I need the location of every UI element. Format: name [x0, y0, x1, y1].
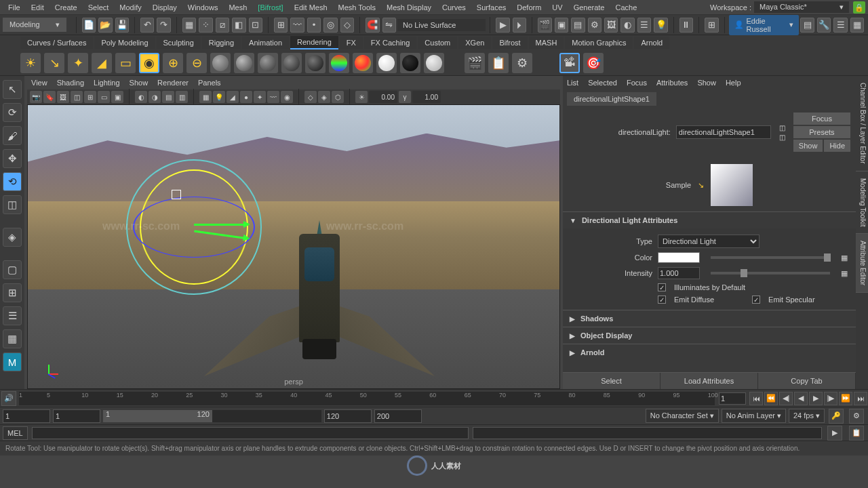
layout-icon[interactable]: ⊞ — [705, 18, 718, 33]
vp-xrayj-icon[interactable]: ⬡ — [332, 91, 344, 103]
vp-tex-icon[interactable]: ▦ — [199, 91, 212, 103]
shelf-tab-custom[interactable]: Custom — [418, 37, 457, 49]
render-settings-icon[interactable]: ⚙ — [588, 18, 601, 33]
volume-light-icon[interactable]: ◉ — [139, 53, 159, 73]
file-open-icon[interactable]: 📂 — [98, 18, 112, 33]
vp-cam-icon[interactable]: 📷 — [30, 91, 42, 103]
vp-menu-view[interactable]: View — [31, 79, 47, 87]
vp-xray-icon[interactable]: ◈ — [318, 91, 330, 103]
emit-specular-checkbox[interactable] — [752, 296, 760, 304]
attr-menu-focus[interactable]: Focus — [627, 79, 647, 87]
emit-diffuse-checkbox[interactable] — [658, 296, 666, 304]
select-button[interactable]: Select — [563, 373, 660, 389]
viewport[interactable]: persp www.rr-sc.com www.rr-sc.com — [27, 104, 560, 389]
area-light-icon[interactable]: ▭ — [115, 53, 136, 73]
menu-bifrost[interactable]: [Bifrost] — [252, 1, 288, 14]
render-current-icon[interactable]: 🎬 — [465, 53, 485, 73]
step-fwd-button[interactable]: |▶ — [824, 392, 837, 405]
step-back-button[interactable]: ◀| — [779, 392, 793, 405]
color-slider[interactable] — [711, 256, 830, 259]
vp-exposure-icon[interactable]: ☀ — [355, 91, 368, 103]
sel-edge-icon[interactable]: ⧄ — [216, 18, 229, 33]
rtab-channelbox[interactable]: Channel Box / Layer Editor — [856, 76, 868, 171]
vp-menu-lighting[interactable]: Lighting — [94, 79, 120, 87]
const-toggle-icon[interactable]: ▶ — [496, 18, 509, 33]
rtab-modeling[interactable]: Modeling Toolkit — [856, 171, 868, 235]
vp-bookmark-icon[interactable]: 🔖 — [43, 91, 56, 103]
attr-menu-show[interactable]: Show — [697, 79, 716, 87]
intensity-slider[interactable] — [711, 272, 830, 274]
shelf-tab-poly[interactable]: Poly Modeling — [94, 37, 155, 49]
type-select[interactable]: Directional Light — [658, 235, 760, 248]
shelf-tab-anim[interactable]: Animation — [242, 37, 289, 49]
sym-icon[interactable]: ⇋ — [382, 18, 396, 33]
go-end-button[interactable]: ⏭ — [854, 392, 867, 405]
magnet-icon[interactable]: 🧲 — [366, 18, 379, 33]
menu-meshdisplay[interactable]: Mesh Display — [381, 1, 437, 14]
menu-edit[interactable]: Edit — [26, 1, 50, 14]
ambient-light-icon[interactable]: ☀ — [20, 53, 41, 73]
menu-editmesh[interactable]: Edit Mesh — [289, 1, 333, 14]
render-sequence-icon[interactable]: 📽 — [559, 53, 580, 73]
play-button[interactable]: ▶ — [809, 392, 823, 405]
fps-select[interactable]: 24 fps ▾ — [789, 409, 825, 423]
shelf-tab-sculpt[interactable]: Sculpting — [157, 37, 201, 49]
play-back-button[interactable]: ◀ — [794, 392, 808, 405]
paint-select-tool[interactable]: 🖌 — [3, 126, 22, 145]
attr-menu-attrs[interactable]: Attributes — [656, 79, 688, 87]
vp-menu-shading[interactable]: Shading — [57, 79, 84, 87]
command-field[interactable] — [32, 427, 469, 439]
layout-single-icon[interactable]: ▢ — [3, 260, 22, 279]
sel-uv-icon[interactable]: ⊡ — [249, 18, 262, 33]
cmd-lang-select[interactable]: MEL — [3, 426, 28, 440]
render-icon[interactable]: 🎬 — [538, 18, 551, 33]
shelf-tab-mg[interactable]: Motion Graphics — [565, 37, 633, 49]
render-prefs-icon[interactable]: ⚙ — [512, 53, 532, 73]
batch-render-icon[interactable]: 📋 — [488, 53, 509, 73]
layout-persp-icon[interactable]: ▦ — [3, 329, 22, 348]
render-view-icon[interactable]: 🖼 — [604, 18, 618, 33]
menu-generate[interactable]: Generate — [568, 1, 610, 14]
const-hist-icon[interactable]: ⏵ — [513, 18, 526, 33]
menu-select[interactable]: Select — [83, 1, 115, 14]
step-fwd-key-button[interactable]: ⏩ — [839, 392, 852, 405]
shader-anis-icon[interactable] — [281, 53, 302, 73]
panel-attr-icon[interactable]: ☰ — [833, 18, 847, 33]
shelf-tab-mash[interactable]: MASH — [529, 37, 564, 49]
menu-windows[interactable]: Windows — [182, 1, 224, 14]
autokey-icon[interactable]: 🔑 — [829, 409, 844, 424]
workspace-select[interactable]: Maya Classic*▾ — [754, 1, 849, 13]
hide-button[interactable]: Hide — [824, 140, 850, 152]
vp-gamma-field[interactable]: 1.00 — [412, 91, 441, 103]
file-save-icon[interactable]: 💾 — [115, 18, 129, 33]
menu-file[interactable]: File — [3, 1, 26, 14]
shader-black-icon[interactable] — [400, 53, 420, 73]
character-set-select[interactable]: No Character Set ▾ — [646, 409, 719, 423]
shelf-tab-xgen[interactable]: XGen — [458, 37, 491, 49]
vp-film-icon[interactable]: ▭ — [98, 91, 110, 103]
range-slider-track[interactable]: 1120 — [103, 410, 321, 422]
go-start-button[interactable]: ⏮ — [749, 392, 763, 405]
copy-tab-button[interactable]: Copy Tab — [758, 373, 856, 389]
menu-meshtools[interactable]: Mesh Tools — [333, 1, 381, 14]
attr-menu-help[interactable]: Help — [726, 79, 741, 87]
light-editor-icon[interactable]: 💡 — [654, 18, 667, 33]
anim-layer-select[interactable]: No Anim Layer ▾ — [722, 409, 786, 423]
hypershade-icon[interactable]: ◐ — [620, 18, 634, 33]
intensity-field[interactable] — [658, 267, 700, 279]
shelf-tab-arnold[interactable]: Arnold — [634, 37, 669, 49]
illuminates-checkbox[interactable] — [658, 283, 666, 291]
step-back-key-button[interactable]: ⏪ — [764, 392, 778, 405]
attr-node-field[interactable] — [676, 125, 771, 139]
snap-point-icon[interactable]: • — [307, 18, 321, 33]
menu-create[interactable]: Create — [50, 1, 83, 14]
prefs-icon[interactable]: ⚙ — [849, 409, 864, 424]
user-badge[interactable]: 👤Eddie Russell▾ — [729, 15, 800, 35]
script-editor-icon[interactable]: ▶ — [827, 426, 842, 441]
vp-gamma-icon[interactable]: γ — [399, 91, 411, 103]
ipr-icon[interactable]: ▤ — [571, 18, 585, 33]
last-tool[interactable]: ◈ — [3, 228, 22, 247]
shelf-tab-fxcache[interactable]: FX Caching — [364, 37, 416, 49]
vp-menu-panels[interactable]: Panels — [198, 79, 221, 87]
menu-deform[interactable]: Deform — [511, 1, 547, 14]
